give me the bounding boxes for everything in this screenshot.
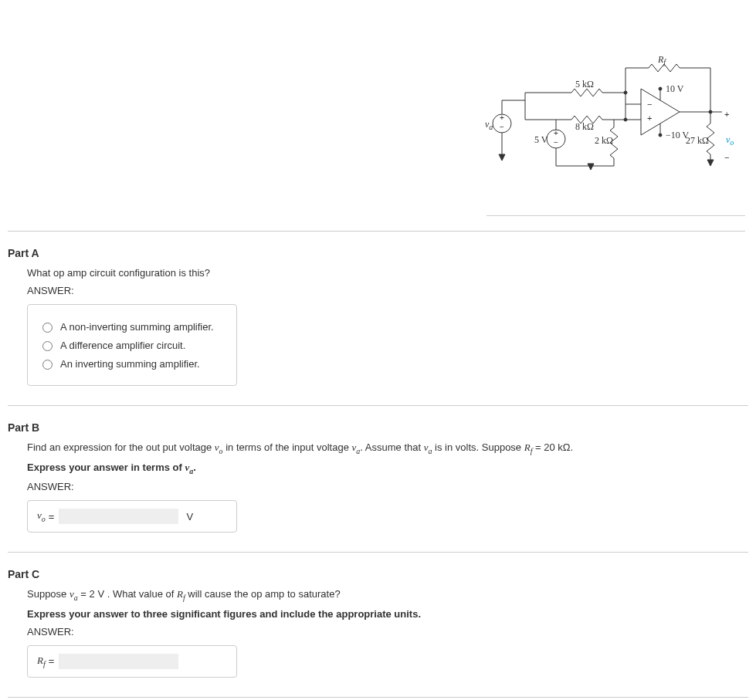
- svg-text:−: −: [724, 153, 729, 162]
- choice-1[interactable]: A non-inverting summing amplifier.: [39, 320, 225, 333]
- part-a: Part A What op amp circuit configuration…: [8, 247, 748, 406]
- choice-2[interactable]: A difference amplifier circuit.: [39, 339, 225, 351]
- label-10v: 10 V: [666, 83, 683, 95]
- label-va: va: [485, 119, 493, 131]
- choice-3[interactable]: An inverting summing amplifier.: [39, 357, 225, 370]
- label-neg10v: −10 V: [666, 130, 689, 141]
- label-5v: 5 V: [534, 134, 548, 146]
- part-b-eq: =: [49, 511, 55, 522]
- part-a-title: Part A: [8, 247, 748, 259]
- part-a-choices: A non-inverting summing amplifier. A dif…: [27, 304, 237, 386]
- part-c-instr: Express your answer to three significant…: [27, 608, 748, 620]
- label-rf: Rf: [658, 54, 666, 66]
- choice-3-label: An inverting summing amplifier.: [60, 358, 200, 370]
- svg-marker-24: [588, 164, 594, 170]
- part-b-unit: V: [186, 511, 193, 522]
- part-b-question: Find an expression for the out put volta…: [27, 441, 748, 455]
- figure-area: + −: [8, 0, 745, 232]
- choice-2-radio[interactable]: [42, 341, 53, 351]
- part-c-input[interactable]: [59, 654, 178, 669]
- part-b-title: Part B: [8, 421, 748, 434]
- part-c-title: Part C: [8, 568, 748, 580]
- svg-text:+: +: [554, 129, 558, 137]
- part-a-answer-label: ANSWER:: [27, 285, 748, 296]
- label-2k: 2 kΩ: [595, 135, 613, 147]
- choice-1-label: A non-inverting summing amplifier.: [60, 321, 214, 333]
- part-c: Part C Suppose va = 2 V . What value of …: [8, 568, 748, 698]
- part-b-lhs: vo: [37, 509, 46, 523]
- svg-text:+: +: [500, 113, 504, 122]
- svg-marker-45: [707, 160, 714, 166]
- svg-text:−: −: [500, 123, 504, 131]
- part-b-input[interactable]: [59, 509, 178, 524]
- part-b: Part B Find an expression for the out pu…: [8, 421, 748, 553]
- circuit-svg: + −: [486, 46, 734, 201]
- svg-marker-3: [499, 154, 505, 161]
- part-c-lhs: Rf: [37, 654, 46, 668]
- svg-point-34: [659, 87, 662, 90]
- part-b-answer-label: ANSWER:: [27, 481, 748, 492]
- svg-text:+: +: [724, 110, 729, 119]
- part-c-answer-label: ANSWER:: [27, 626, 748, 637]
- part-b-input-box: vo = V: [27, 500, 237, 533]
- label-5k: 5 kΩ: [575, 79, 594, 90]
- part-c-question: Suppose va = 2 V . What value of Rf will…: [27, 588, 748, 602]
- svg-text:−: −: [647, 100, 652, 109]
- part-b-instr: Express your answer in terms of va.: [27, 462, 748, 475]
- part-c-input-box: Rf =: [27, 645, 237, 678]
- choice-2-label: A difference amplifier circuit.: [60, 340, 185, 351]
- part-a-question: What op amp circuit configuration is thi…: [27, 267, 748, 279]
- svg-text:+: +: [647, 113, 652, 123]
- choice-3-radio[interactable]: [42, 360, 53, 370]
- choice-1-radio[interactable]: [42, 323, 53, 333]
- label-vo: vo: [726, 134, 734, 147]
- circuit-diagram: + −: [486, 46, 734, 201]
- label-8k: 8 kΩ: [575, 121, 594, 133]
- label-27k: 27 kΩ: [686, 135, 709, 147]
- svg-text:−: −: [554, 138, 558, 147]
- part-c-eq: =: [49, 655, 55, 667]
- svg-point-36: [659, 134, 662, 137]
- figure-panel: + −: [486, 0, 745, 216]
